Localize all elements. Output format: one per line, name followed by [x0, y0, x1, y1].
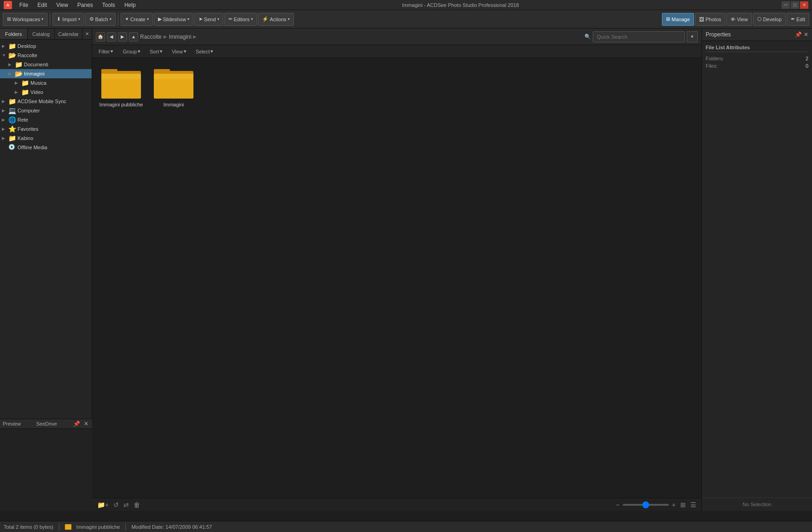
zoom-out-button[interactable]: − — [614, 501, 621, 509]
preview-pin-button[interactable]: 📌 — [72, 421, 81, 427]
separator — [50, 13, 50, 25]
menu-edit[interactable]: Edit — [34, 1, 51, 9]
up-button[interactable]: ▲ — [129, 32, 138, 41]
menu-panes[interactable]: Panes — [74, 1, 97, 9]
tree-item-offline-media[interactable]: 💿 Offline Media — [0, 143, 92, 152]
tree-item-computer[interactable]: ▶ 💻 Computer — [0, 106, 92, 115]
delete-button[interactable]: 🗑 — [132, 501, 141, 509]
tab-folders[interactable]: Folders — [0, 29, 28, 39]
editors-chevron-icon: ▾ — [251, 17, 253, 21]
actions-button[interactable]: ⚡ Actions ▾ — [258, 13, 294, 26]
arrow-icon: ▶ — [15, 90, 21, 94]
add-folder-button[interactable]: 📁+ — [96, 501, 110, 509]
breadcrumb-separator: ▶ — [164, 34, 167, 39]
tree-item-acdsee-mobile[interactable]: ▶ 📁 ACDSee Mobile Sync — [0, 97, 92, 106]
tab-catalog[interactable]: Catalog — [28, 29, 55, 39]
tree-item-desktop[interactable]: ▶ 📁 Desktop — [0, 41, 92, 51]
workspaces-button[interactable]: ⊞ Workspaces ▾ — [3, 13, 47, 26]
zoom-in-button[interactable]: + — [671, 501, 677, 509]
select-button[interactable]: Select ▾ — [193, 47, 216, 55]
import-icon: ⬇ — [57, 16, 61, 22]
folder-icon: 📂 — [15, 70, 22, 77]
preview-close-button[interactable]: ✕ — [83, 421, 89, 427]
tree-item-kabino[interactable]: ▶ 📁 Kabino — [0, 134, 92, 143]
seedrive-label[interactable]: SeeDrive — [36, 421, 57, 427]
main-layout: Folders Catalog Calendar ✕ ▶ 📁 Desktop ▼… — [0, 29, 812, 511]
menu-file[interactable]: File — [16, 1, 32, 9]
sync-button[interactable]: ⇄ — [122, 501, 130, 509]
search-options-button[interactable]: ▾ — [687, 31, 698, 42]
folders-row: Folders: 2 — [706, 55, 808, 62]
batch-button[interactable]: ⚙ Batch ▾ — [85, 13, 116, 26]
list-view-button[interactable]: ☰ — [689, 501, 698, 509]
tree-item-musica[interactable]: ▶ 📁 Musica — [0, 78, 92, 88]
tab-view[interactable]: 👁 View — [726, 13, 752, 26]
manage-icon: ⊞ — [666, 16, 670, 22]
tree-label: Documenti — [24, 62, 48, 67]
folder-immagini[interactable]: Immagini — [148, 62, 199, 111]
folder-name: Immagini — [164, 102, 184, 107]
tab-edit[interactable]: ✒ Edit — [787, 13, 809, 26]
tree-label: Raccolte — [18, 53, 37, 58]
group-label: Group — [123, 49, 137, 54]
breadcrumb-immagini[interactable]: Immagini — [169, 34, 192, 40]
view-button[interactable]: View ▾ — [169, 47, 189, 55]
import-label: Import — [62, 17, 76, 22]
content-area: 🏠 ◀ ▶ ▲ Raccolte ▶ Immagini ▶ 🔍 ▾ Filter… — [92, 29, 701, 511]
select-chevron-icon: ▾ — [210, 48, 213, 54]
refresh-button[interactable]: ↺ — [112, 501, 120, 509]
tree-item-video[interactable]: ▶ 📁 Video — [0, 88, 92, 97]
left-panel-close-button[interactable]: ✕ — [82, 29, 92, 39]
folder-immagini-pubbliche[interactable]: Immagini pubbliche — [96, 62, 146, 111]
tab-calendar[interactable]: Calendar — [55, 29, 82, 39]
menu-tools[interactable]: Tools — [99, 1, 119, 9]
breadcrumb-raccolte[interactable]: Raccolte — [140, 34, 162, 40]
grid-view-button[interactable]: ⊞ — [679, 501, 687, 509]
tree-item-favorites[interactable]: ▶ ⭐ Favorites — [0, 124, 92, 134]
editors-button[interactable]: ✏ Editors ▾ — [224, 13, 257, 26]
filter-button[interactable]: Filter ▾ — [96, 47, 116, 55]
search-input[interactable] — [593, 31, 685, 42]
tab-photos[interactable]: 🖼 Photos — [695, 13, 725, 26]
view-icon: 👁 — [730, 17, 736, 22]
status-modified-date: Modified Date: 14/07/2009 06:41:57 — [131, 524, 212, 530]
slideshow-button[interactable]: ▶ Slideshow ▾ — [154, 13, 193, 26]
back-button[interactable]: ◀ — [107, 32, 116, 41]
send-label: Send — [204, 17, 216, 22]
tree-item-immagini[interactable]: ▶ 📂 Immagini — [0, 69, 92, 78]
group-button[interactable]: Group ▾ — [120, 47, 143, 55]
acdsee-logo: A — [4, 1, 12, 9]
status-folder-icon — [65, 524, 71, 530]
forward-button[interactable]: ▶ — [118, 32, 127, 41]
menu-help[interactable]: Help — [121, 1, 140, 9]
tree-label: Kabino — [18, 135, 33, 141]
right-panel-pin-button[interactable]: 📌 — [795, 31, 802, 38]
import-chevron-icon: ▾ — [78, 17, 80, 21]
home-button[interactable]: 🏠 — [96, 32, 105, 41]
tree-item-documenti[interactable]: ▶ 📁 Documenti — [0, 60, 92, 69]
file-area: Immagini pubbliche Immagin — [92, 58, 701, 498]
folders-label: Folders: — [706, 56, 724, 61]
arrow-icon: ▶ — [2, 99, 8, 104]
sort-button[interactable]: Sort ▾ — [147, 47, 165, 55]
batch-icon: ⚙ — [89, 16, 94, 22]
arrow-icon: ▶ — [8, 71, 15, 76]
minimize-button[interactable]: ─ — [782, 1, 790, 9]
maximize-button[interactable]: □ — [791, 1, 799, 9]
create-button[interactable]: ✦ Create ▾ — [121, 13, 153, 26]
view-label: View — [172, 49, 183, 54]
close-button[interactable]: ✕ — [800, 1, 808, 9]
tree-item-rete[interactable]: ▶ 🌐 Rete — [0, 115, 92, 124]
send-button[interactable]: ➤ Send ▾ — [194, 13, 223, 26]
tab-manage[interactable]: ⊞ Manage — [662, 13, 694, 26]
tab-develop[interactable]: ⬡ Develop — [753, 13, 786, 26]
total-items-label: Total 2 items (0 bytes) — [4, 524, 53, 530]
zoom-slider[interactable] — [623, 504, 669, 506]
import-button[interactable]: ⬇ Import ▾ — [53, 13, 84, 26]
photos-label: Photos — [706, 17, 721, 22]
tree-label: Favorites — [18, 126, 38, 132]
right-panel-close-button[interactable]: ✕ — [804, 31, 808, 38]
tree-item-raccolte[interactable]: ▼ 📂 Raccolte — [0, 51, 92, 60]
photos-icon: 🖼 — [699, 17, 704, 22]
menu-view[interactable]: View — [53, 1, 72, 9]
